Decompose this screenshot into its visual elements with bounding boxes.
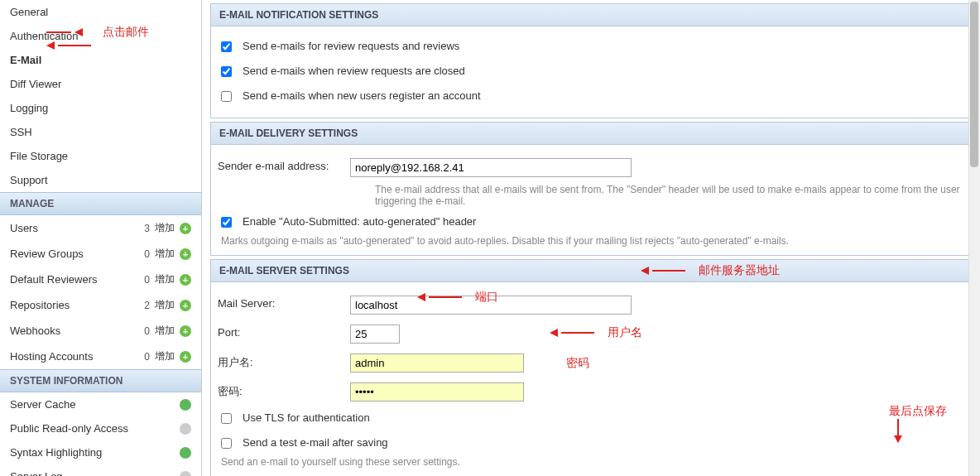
port-input[interactable] bbox=[350, 325, 400, 344]
sidebar-item-logging[interactable]: Logging bbox=[0, 96, 201, 120]
status-icon bbox=[180, 447, 191, 459]
main-content: E-MAIL NOTIFICATION SETTINGS Send e-mail… bbox=[202, 0, 980, 476]
status-icon bbox=[180, 423, 191, 435]
plus-icon[interactable]: + bbox=[180, 274, 191, 286]
sidebar-item-server-log[interactable]: Server Log bbox=[0, 464, 201, 476]
plus-icon[interactable]: + bbox=[180, 325, 191, 337]
sender-label: Sender e-mail address: bbox=[218, 158, 350, 172]
sidebar-item-diff-viewer[interactable]: Diff Viewer bbox=[0, 72, 201, 96]
sidebar-item-syntax-highlighting[interactable]: Syntax Highlighting bbox=[0, 440, 201, 464]
plus-icon[interactable]: + bbox=[180, 248, 191, 260]
sidebar-item-email[interactable]: E-Mail bbox=[0, 48, 201, 72]
panel-title: E-MAIL SERVER SETTINGS bbox=[211, 260, 971, 282]
checkbox-label: Enable "Auto-Submitted: auto-generated" … bbox=[243, 215, 476, 228]
sidebar-item-authentication[interactable]: Authentication bbox=[0, 24, 201, 48]
send-test-help: Send an e-mail to yourself using these s… bbox=[218, 456, 964, 468]
username-label: 用户名: bbox=[218, 353, 350, 370]
checkbox-label: Send e-mails when review requests are cl… bbox=[243, 65, 465, 77]
sidebar-header-manage: MANAGE bbox=[0, 192, 201, 215]
sidebar-item-file-storage[interactable]: File Storage bbox=[0, 144, 201, 168]
plus-icon[interactable]: + bbox=[180, 223, 191, 234]
auto-submitted-help: Marks outgoing e-mails as "auto-generate… bbox=[218, 235, 964, 247]
panel-title: E-MAIL NOTIFICATION SETTINGS bbox=[211, 4, 971, 26]
checkbox-label: Send e-mails for review requests and rev… bbox=[243, 40, 459, 52]
mailserver-input[interactable] bbox=[350, 296, 632, 315]
sender-help: The e-mail address that all e-mails will… bbox=[218, 182, 964, 210]
sidebar-item-ssh[interactable]: SSH bbox=[0, 120, 201, 144]
panel-server: E-MAIL SERVER SETTINGS Mail Server: Port… bbox=[210, 259, 972, 476]
checkbox-label: Send e-mails when new users register an … bbox=[243, 89, 481, 102]
panel-delivery: E-MAIL DELIVERY SETTINGS Sender e-mail a… bbox=[210, 122, 972, 256]
sidebar-item-users[interactable]: Users 3增加+ bbox=[0, 215, 201, 241]
plus-icon[interactable]: + bbox=[180, 300, 191, 311]
password-input[interactable] bbox=[350, 382, 524, 401]
scrollbar[interactable] bbox=[968, 0, 980, 476]
sidebar-item-general[interactable]: General bbox=[0, 0, 201, 24]
password-label: 密码: bbox=[218, 382, 350, 399]
sidebar-item-hosting-accounts[interactable]: Hosting Accounts 0增加+ bbox=[0, 344, 201, 369]
port-label: Port: bbox=[218, 325, 350, 339]
checkbox-send-closed[interactable] bbox=[221, 66, 232, 77]
sender-input[interactable] bbox=[350, 158, 632, 177]
checkbox-label: Use TLS for authentication bbox=[243, 411, 370, 424]
panel-notification: E-MAIL NOTIFICATION SETTINGS Send e-mail… bbox=[210, 3, 972, 118]
checkbox-send-new-users[interactable] bbox=[221, 91, 232, 102]
status-icon bbox=[180, 471, 191, 477]
mailserver-label: Mail Server: bbox=[218, 296, 350, 310]
sidebar-item-repositories[interactable]: Repositories 2增加+ bbox=[0, 292, 201, 318]
sidebar-item-webhooks[interactable]: Webhooks 0增加+ bbox=[0, 318, 201, 344]
sidebar-item-public-readonly[interactable]: Public Read-only Access bbox=[0, 416, 201, 440]
checkbox-auto-submitted[interactable] bbox=[221, 217, 232, 228]
sidebar-item-server-cache[interactable]: Server Cache bbox=[0, 392, 201, 416]
sidebar-header-sysinfo: SYSTEM INFORMATION bbox=[0, 369, 201, 392]
sidebar: General Authentication E-Mail Diff Viewe… bbox=[0, 0, 202, 476]
username-input[interactable] bbox=[350, 353, 524, 373]
sidebar-item-support[interactable]: Support bbox=[0, 168, 201, 192]
panel-title: E-MAIL DELIVERY SETTINGS bbox=[211, 123, 971, 145]
plus-icon[interactable]: + bbox=[180, 351, 191, 363]
status-icon bbox=[180, 399, 191, 411]
sidebar-item-review-groups[interactable]: Review Groups 0增加+ bbox=[0, 241, 201, 267]
checkbox-label: Send a test e-mail after saving bbox=[243, 436, 388, 449]
checkbox-tls[interactable] bbox=[221, 413, 232, 424]
checkbox-send-test[interactable] bbox=[221, 438, 232, 449]
checkbox-send-reviews[interactable] bbox=[221, 41, 232, 52]
sidebar-item-default-reviewers[interactable]: Default Reviewers 0增加+ bbox=[0, 267, 201, 292]
